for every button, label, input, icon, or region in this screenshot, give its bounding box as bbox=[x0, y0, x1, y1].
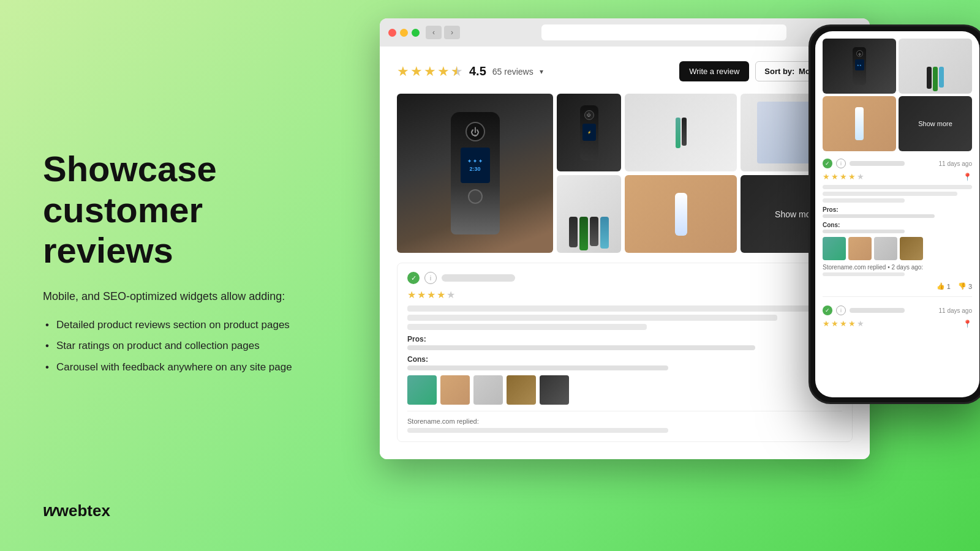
phone-pros-bar bbox=[823, 214, 935, 218]
phone-photo-2[interactable] bbox=[899, 39, 972, 94]
mid-photo-bottom[interactable] bbox=[557, 175, 621, 253]
back-button[interactable]: ‹ bbox=[426, 26, 442, 39]
phone-location-pin-1: 📍 bbox=[963, 173, 972, 181]
phone-stars-2: ★ ★ ★ ★ ★ 📍 bbox=[823, 319, 972, 328]
phone-like-section: 👍 1 👎 3 bbox=[823, 282, 972, 297]
right-panel: ‹ › ★ ★ ★ ★ ★★ 4.5 bbox=[380, 0, 980, 551]
browser-bar: ‹ › bbox=[380, 18, 870, 47]
feature-list: Detailed product reviews section on prod… bbox=[43, 315, 337, 378]
review-text-2 bbox=[407, 315, 777, 321]
phone-thumb-3[interactable] bbox=[874, 237, 897, 260]
write-review-button[interactable]: Write a review bbox=[679, 61, 749, 81]
pros-section: Pros: bbox=[407, 335, 842, 350]
review-thumb-5[interactable] bbox=[540, 375, 569, 405]
phone-like-button[interactable]: 👍 1 bbox=[937, 282, 951, 290]
right-photo-1[interactable] bbox=[625, 94, 737, 171]
phone-cons-bar bbox=[823, 230, 905, 233]
phone-show-more-label: Show more bbox=[918, 120, 952, 127]
cons-content bbox=[407, 365, 668, 370]
cons-section: Cons: bbox=[407, 355, 842, 370]
review-thumb-2[interactable] bbox=[440, 375, 470, 405]
phone-verified-icon-1: ✓ bbox=[823, 159, 832, 168]
phone-verified-icon-2: ✓ bbox=[823, 305, 832, 315]
photo-column-mid: ⏻ ⚡ bbox=[557, 94, 621, 253]
reply-text bbox=[407, 428, 668, 433]
rating-number: 4.5 bbox=[469, 64, 486, 78]
headline: Showcase customer reviews bbox=[43, 149, 337, 271]
bullet-item-3: Carousel with feedback anywhere on any s… bbox=[43, 357, 337, 378]
review-text-1 bbox=[407, 305, 842, 312]
forward-button[interactable]: › bbox=[444, 26, 460, 39]
right-photo-3[interactable] bbox=[625, 175, 737, 253]
review-header: ★ ★ ★ ★ ★★ 4.5 65 reviews ▾ Write a revi… bbox=[397, 61, 853, 81]
subtitle: Mobile, and SEO-optimized widgets allow … bbox=[43, 288, 337, 305]
browser-window: ‹ › ★ ★ ★ ★ ★★ 4.5 bbox=[380, 18, 870, 459]
verified-icon: ✓ bbox=[407, 272, 420, 284]
phone-photo-3[interactable] bbox=[823, 96, 896, 151]
phone-text-1c bbox=[823, 198, 905, 203]
review-star-rating: ★ ★ ★ ★ ★ bbox=[407, 289, 842, 301]
reviews-count: 65 reviews bbox=[492, 67, 533, 77]
phone-photo-4-show-more[interactable]: Show more bbox=[899, 96, 972, 151]
close-button[interactable] bbox=[388, 29, 396, 37]
browser-navigation: ‹ › bbox=[426, 26, 460, 39]
cons-label: Cons: bbox=[407, 355, 842, 364]
sort-label: Sort by: bbox=[764, 67, 794, 76]
reply-label: Storename.com replied: bbox=[407, 418, 842, 425]
review-thumb-3[interactable] bbox=[473, 375, 503, 405]
star-3: ★ bbox=[424, 64, 436, 80]
star-2: ★ bbox=[410, 64, 423, 80]
star-4: ★ bbox=[437, 64, 450, 80]
url-bar[interactable] bbox=[541, 24, 786, 40]
rating-section: ★ ★ ★ ★ ★★ 4.5 65 reviews ▾ bbox=[397, 64, 543, 80]
phone-thumb-4[interactable] bbox=[900, 237, 923, 260]
left-panel: Showcase customer reviews Mobile, and SE… bbox=[0, 0, 380, 551]
review-item: ✓ i ★ ★ ★ ★ ★ Pros: bbox=[397, 263, 853, 442]
phone-time-1: 11 days ago bbox=[939, 160, 973, 167]
phone-location-pin-2: 📍 bbox=[963, 320, 972, 328]
logo: wwebtex bbox=[43, 501, 110, 520]
main-product-photo[interactable]: ⏻ ✦ ✦ ✦ 2:30 bbox=[397, 94, 553, 253]
phone-reply-label: Storename.com replied • 2 days ago: bbox=[823, 264, 972, 271]
phone-dislike-button[interactable]: 👎 3 bbox=[958, 282, 972, 290]
dropdown-arrow-icon[interactable]: ▾ bbox=[540, 67, 543, 76]
mid-photo-top[interactable]: ⏻ ⚡ bbox=[557, 94, 621, 171]
phone-thumb-1[interactable] bbox=[823, 237, 846, 260]
phone-review-2: ✓ i 11 days ago ★ ★ ★ ★ ★ 📍 bbox=[823, 303, 972, 328]
star-half: ★★ bbox=[451, 64, 463, 80]
pros-label: Pros: bbox=[407, 335, 842, 343]
phone-content: ⏻ ★★ bbox=[815, 31, 979, 397]
phone-time-2: 11 days ago bbox=[939, 307, 973, 314]
phone-reviewer-name-1 bbox=[850, 161, 905, 166]
phone-photo-grid: ⏻ ★★ bbox=[823, 39, 972, 151]
phone-photo-1[interactable]: ⏻ ★★ bbox=[823, 39, 896, 94]
star-rating-display: ★ ★ ★ ★ ★★ bbox=[397, 64, 463, 80]
phone-review-2-top: ✓ i 11 days ago bbox=[823, 305, 972, 315]
phone-thumb-2[interactable] bbox=[848, 237, 872, 260]
review-text-3 bbox=[407, 324, 647, 330]
minimize-button[interactable] bbox=[400, 29, 408, 37]
bullet-item-1: Detailed product reviews section on prod… bbox=[43, 315, 337, 335]
review-thumb-1[interactable] bbox=[407, 375, 437, 405]
phone-review-1-top: ✓ i 11 days ago bbox=[823, 159, 972, 168]
info-icon: i bbox=[424, 272, 437, 284]
reviewer-name-placeholder bbox=[442, 274, 515, 282]
phone-mockup: ⏻ ★★ bbox=[809, 24, 980, 404]
phone-review-1: ✓ i 11 days ago ★ ★ ★ ★ ★ 📍 bbox=[823, 159, 972, 297]
pros-content bbox=[407, 345, 755, 350]
phone-reviewer-name-2 bbox=[850, 308, 905, 313]
bullet-item-2: Star ratings on product and collection p… bbox=[43, 335, 337, 356]
browser-content: ★ ★ ★ ★ ★★ 4.5 65 reviews ▾ Write a revi… bbox=[380, 47, 870, 459]
review-thumb-4[interactable] bbox=[507, 375, 536, 405]
phone-cons-label: Cons: bbox=[823, 222, 972, 228]
phone-pros-label: Pros: bbox=[823, 206, 972, 213]
phone-review-thumbnails bbox=[823, 237, 972, 260]
reply-section: Storename.com replied: bbox=[407, 411, 842, 433]
maximize-button[interactable] bbox=[412, 29, 420, 37]
phone-info-icon-1: i bbox=[836, 159, 846, 168]
review-photos bbox=[407, 375, 842, 405]
phone-show-more-overlay[interactable]: Show more bbox=[899, 96, 972, 151]
phone-info-icon-2: i bbox=[836, 305, 846, 315]
phone-text-1b bbox=[823, 192, 957, 196]
review-top-row: ✓ i bbox=[407, 272, 842, 284]
